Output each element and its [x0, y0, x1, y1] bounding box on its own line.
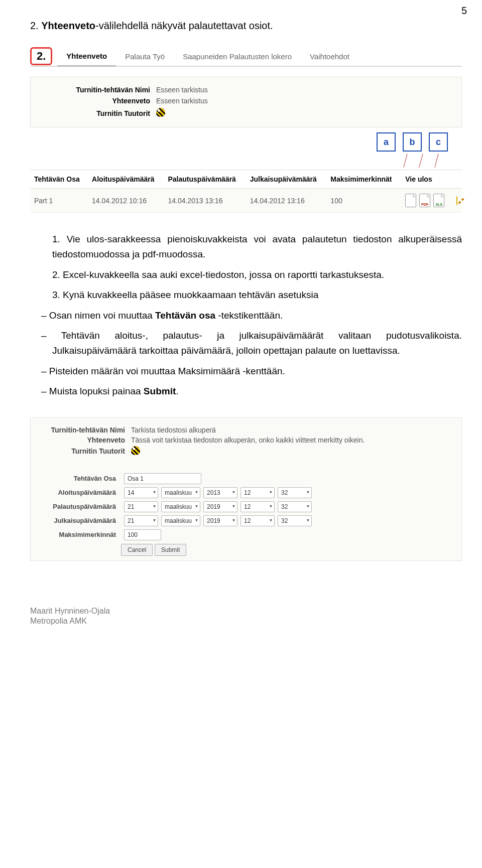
submit-button[interactable]: Submit [155, 544, 186, 556]
sel-a-hour[interactable]: 12 [240, 487, 275, 498]
tab-yhteenveto[interactable]: Yhteenveto [57, 47, 116, 67]
flabel-osa: Tehtävän Osa [36, 475, 121, 482]
flabel-max: Maksimimerkinnät [36, 531, 121, 538]
cell-palautus: 14.04.2013 13:16 [164, 189, 246, 213]
sub-2: Tehtävän aloitus-, palautus- ja julkaisu… [30, 328, 462, 359]
sel-j-hour[interactable]: 12 [240, 515, 275, 526]
ss2-val-yht: Tässä voit tarkistaa tiedoston alkuperän… [131, 436, 365, 444]
footer: Maarit Hynninen-Ojala Metropolia AMK [30, 606, 462, 627]
th-maksimi: Maksimimerkinnät [326, 170, 401, 189]
flabel-julkaisu: Julkaisupäivämäärä [36, 517, 121, 524]
sel-p-hour[interactable]: 12 [240, 501, 275, 512]
sel-p-month[interactable]: maaliskuu [161, 501, 200, 512]
th-osa: Tehtävän Osa [30, 170, 88, 189]
ss2-label-tut: Turnitin Tuutorit [40, 447, 131, 455]
table-row: Part 1 14.04.2012 10:16 14.04.2013 13:16… [30, 189, 462, 213]
sel-a-day[interactable]: 14 [124, 487, 158, 498]
footer-org: Metropolia AMK [30, 616, 462, 627]
sel-a-month[interactable]: maaliskuu [161, 487, 200, 498]
heading-bold: Yhteenveto [41, 20, 95, 31]
value-yht: Esseen tarkistus [156, 97, 208, 105]
tab-saapuneiden[interactable]: Saapuneiden Palautusten lokero [174, 47, 301, 66]
cell-osa: Part 1 [30, 189, 88, 213]
heading: 2. Yhteenveto-välilehdellä näkyvät palau… [30, 20, 462, 32]
value-tut [156, 108, 165, 118]
flabel-aloitus: Aloituspäivämäärä [36, 489, 121, 496]
sel-a-min[interactable]: 32 [278, 487, 312, 498]
cell-maksimi: 100 [326, 189, 401, 213]
callout-a: a [377, 132, 396, 152]
sub-4: Muista lopuksi painaa Submit. [30, 384, 462, 399]
label-tut: Turnitin Tuutorit [40, 109, 156, 117]
th-julkaisu: Julkaisupäivämäärä [246, 170, 327, 189]
tab-vaihtoehdot[interactable]: Vaihtoehdot [301, 47, 358, 66]
label-nimi: Turnitin-tehtävän Nimi [40, 86, 156, 94]
flabel-palautus: Palautuspäivämäärä [36, 503, 121, 510]
heading-num: 2. [30, 20, 39, 31]
para-1: 1. Vie ulos-sarakkeessa pienoiskuvakkeis… [30, 232, 462, 262]
sub-1: Osan nimen voi muuttaa Tehtävän osa -tek… [30, 308, 462, 323]
callout-2: 2. [30, 47, 52, 65]
cancel-button[interactable]: Cancel [121, 544, 153, 556]
sel-j-day[interactable]: 21 [124, 515, 158, 526]
sel-j-month[interactable]: maaliskuu [161, 515, 200, 526]
abc-callouts: a b c [30, 132, 448, 152]
sel-j-year[interactable]: 2019 [203, 515, 237, 526]
tab-palauta-tyo[interactable]: Palauta Työ [116, 47, 174, 66]
bee-icon [131, 446, 140, 455]
callout-lines [30, 154, 437, 168]
heading-rest: -välilehdellä näkyvät palautettavat osio… [95, 20, 273, 31]
label-yht: Yhteenveto [40, 97, 156, 105]
footer-author: Maarit Hynninen-Ojala [30, 606, 462, 617]
cell-julkaisu: 14.04.2012 13:16 [246, 189, 327, 213]
input-max[interactable]: 100 [124, 529, 161, 540]
info-block-1: Turnitin-tehtävän NimiEsseen tarkistus Y… [30, 77, 462, 127]
input-osa[interactable]: Osa 1 [124, 473, 201, 484]
sel-a-year[interactable]: 2013 [203, 487, 237, 498]
pencil-icon[interactable] [456, 196, 457, 205]
parts-table: Tehtävän Osa Aloituspäivämäärä Palautusp… [30, 170, 462, 213]
body-text: 1. Vie ulos-sarakkeessa pienoiskuvakkeis… [30, 232, 462, 399]
th-palautus: Palautuspäivämäärä [164, 170, 246, 189]
page-number: 5 [461, 5, 467, 17]
sel-p-min[interactable]: 32 [278, 501, 312, 512]
para-3: 3. Kynä kuvakkeella pääsee muokkaamaan t… [30, 287, 462, 303]
edit-form-screenshot: Turnitin-tehtävän NimiTarkista tiedostos… [30, 417, 462, 561]
file-icon[interactable] [405, 194, 416, 207]
para-2: 2. Excel-kuvakkeella saa auki excel-tied… [30, 267, 462, 282]
ss2-val-nimi: Tarkista tiedostosi alkuperä [131, 426, 216, 434]
pdf-icon[interactable]: PDF [419, 194, 430, 207]
xls-icon[interactable]: XLS [433, 194, 444, 207]
tabs-row: 2. Yhteenveto Palauta Työ Saapuneiden Pa… [30, 47, 462, 67]
bee-icon [156, 108, 165, 117]
ss2-label-yht: Yhteenveto [40, 436, 131, 444]
value-nimi: Esseen tarkistus [156, 86, 208, 94]
sel-j-min[interactable]: 32 [278, 515, 312, 526]
callout-b: b [403, 132, 422, 152]
sel-p-year[interactable]: 2019 [203, 501, 237, 512]
ss2-label-nimi: Turnitin-tehtävän Nimi [40, 426, 131, 434]
callout-c: c [429, 132, 448, 152]
cell-aloitus: 14.04.2012 10:16 [88, 189, 164, 213]
sub-3: Pisteiden määrän voi muuttaa Maksimimäär… [30, 364, 462, 379]
th-aloitus: Aloituspäivämäärä [88, 170, 164, 189]
sel-p-day[interactable]: 21 [124, 501, 158, 512]
th-vie-ulos: Vie ulos [401, 170, 452, 189]
